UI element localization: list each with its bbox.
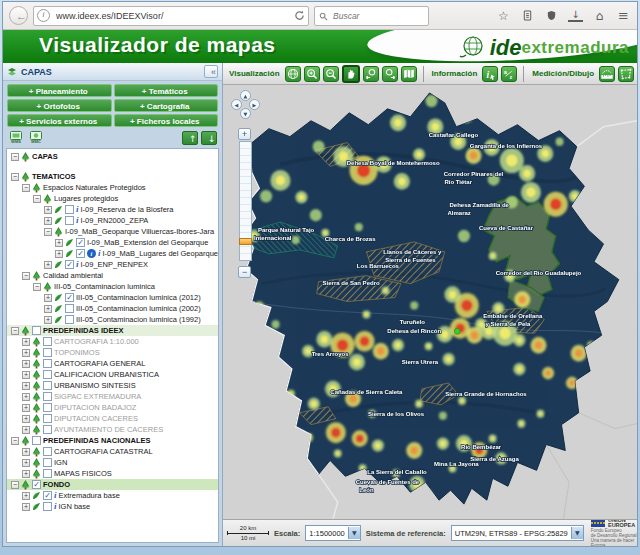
download-icon[interactable]: ↓ [568,9,583,22]
category-button-ortofotos[interactable]: + Ortofotos [7,99,112,112]
map-image[interactable]: Castañar GallegoGarganta de los Infierno… [223,85,637,519]
home-icon[interactable]: ⌂ [592,8,607,23]
expand-node-icon[interactable]: + [22,404,30,412]
tree-row[interactable]: +CARTOGRAFIA GENERAL [7,358,218,369]
layer-checkbox-unchecked[interactable] [43,502,52,511]
zoom-in-slider-button[interactable]: + [238,128,251,140]
back-button[interactable]: ← [9,6,28,25]
layer-checkbox-unchecked[interactable] [43,359,52,368]
zoom-next-button[interactable] [382,66,398,82]
layer-checkbox-unchecked[interactable] [65,216,74,225]
tree-row[interactable]: +iI-09_Reserva de la Biosfera [7,204,218,215]
expand-node-icon[interactable]: + [22,415,30,423]
layer-info-icon[interactable]: i [76,260,79,269]
move-layer-up-button[interactable]: ↑ [182,131,198,145]
tree-row[interactable]: +CARTOGRAFIA CATASTRAL [7,446,218,457]
expand-node-icon[interactable]: + [22,360,30,368]
feature-info-button[interactable]: i [482,66,498,82]
expand-node-icon[interactable]: + [22,393,30,401]
measure-area-button[interactable] [618,66,634,82]
layer-checkbox-checked[interactable]: ✓ [76,238,85,247]
category-button-ficheros-locales[interactable]: + Ficheros locales [114,114,219,127]
tree-row[interactable]: −TEMATICOS [7,171,218,182]
layer-checkbox-unchecked[interactable] [65,304,74,313]
tree-row[interactable]: −✓FONDO [7,479,218,490]
layer-checkbox-unchecked[interactable] [43,414,52,423]
layer-checkbox-unchecked[interactable] [32,326,41,335]
expand-node-icon[interactable]: + [22,492,30,500]
tree-row[interactable]: +✓iExtremadura base [7,490,218,501]
pan-west-button[interactable]: ◀ [231,99,242,110]
expand-node-icon[interactable]: + [22,349,30,357]
layer-checkbox-unchecked[interactable] [43,425,52,434]
collapse-node-icon[interactable]: − [11,437,19,445]
tree-row[interactable]: +iI-09_RN2000_ZEPA [7,215,218,226]
tree-row[interactable]: +✓iI-09_ENP_RENPEX [7,259,218,270]
layer-info-icon[interactable]: i [76,216,79,225]
collapse-node-icon[interactable]: − [33,283,41,291]
expand-node-icon[interactable]: + [22,448,30,456]
bookmark-star-icon[interactable]: ☆ [496,8,511,23]
category-button-cartograf-a[interactable]: + Cartografía [114,99,219,112]
page-info-icon[interactable]: i [37,9,50,22]
expand-node-icon[interactable]: + [55,250,63,258]
collapse-node-icon[interactable]: − [11,153,19,161]
bookmarks-list-icon[interactable] [520,8,535,23]
tree-row[interactable]: +✓III-05_Contaminacion luminica (2012) [7,292,218,303]
search-input[interactable] [331,10,424,22]
collapse-node-icon[interactable]: − [11,327,19,335]
tree-row[interactable]: −III-05_Contaminacion luminica [7,281,218,292]
layer-info-icon[interactable]: i [54,502,57,511]
tree-row[interactable]: −CAPAS [7,151,218,162]
url-input[interactable] [54,10,289,22]
expand-node-icon[interactable]: + [55,239,63,247]
menu-icon[interactable]: ≡ [616,8,631,23]
expand-node-icon[interactable]: + [44,206,52,214]
category-button-servicios-externos[interactable]: + Servicios externos [7,114,112,127]
layer-info-icon[interactable]: i [76,205,79,214]
layer-checkbox-unchecked[interactable] [43,337,52,346]
search-bar[interactable] [314,6,429,26]
tree-row[interactable]: −Espacios Naturales Protegidos [7,182,218,193]
collapse-node-icon[interactable]: − [22,272,30,280]
layer-info-icon[interactable]: i [54,491,57,500]
expand-node-icon[interactable]: + [22,459,30,467]
layer-checkbox-unchecked[interactable] [43,447,52,456]
collapse-node-icon[interactable]: − [33,195,41,203]
expand-node-icon[interactable]: + [44,305,52,313]
tree-row[interactable]: −PREDEFINIDAS NACIONALES [7,435,218,446]
layer-checkbox-unchecked[interactable] [43,469,52,478]
tree-row[interactable]: +AYUNTAMIENTO DE CACERES [7,424,218,435]
tree-row[interactable]: +MAPAS FISICOS [7,468,218,479]
wmc-icon[interactable]: WMC [28,130,44,145]
tree-row[interactable]: −I-09_MaB_Geoparque Villuercas-Ibores-Ja… [7,226,218,237]
layer-info-icon[interactable]: i [98,249,101,258]
zoom-in-button[interactable] [304,66,320,82]
tree-row[interactable]: +CALIFICACION URBANISTICA [7,369,218,380]
tree-row[interactable]: +iIGN base [7,501,218,512]
tree-row[interactable]: +DIPUTACION BADAJOZ [7,402,218,413]
tree-row[interactable]: −PREDEFINIDAS IDEEX [7,325,218,336]
layer-checkbox-checked[interactable]: ✓ [65,260,74,269]
address-bar[interactable]: i [33,6,309,26]
pan-east-button[interactable]: ▶ [249,99,260,110]
expand-node-icon[interactable]: + [44,316,52,324]
wms-icon[interactable]: WMS [8,130,24,145]
expand-node-icon[interactable]: + [44,294,52,302]
layer-checkbox-checked[interactable]: ✓ [65,293,74,302]
layer-checkbox-unchecked[interactable] [65,315,74,324]
move-layer-down-button[interactable]: ↓ [201,131,217,145]
expand-node-icon[interactable]: + [22,371,30,379]
layer-checkbox-unchecked[interactable] [43,403,52,412]
tree-row[interactable]: +✓I-09_MaB_Extensión del Geoparque [7,237,218,248]
overview-map-button[interactable] [401,66,417,82]
expand-node-icon[interactable]: + [22,338,30,346]
category-button-planeamiento[interactable]: + Planeamiento [7,84,112,97]
layer-checkbox-unchecked[interactable] [43,381,52,390]
escala-select[interactable]: 1:1500000 ▼ [305,525,360,541]
collapse-node-icon[interactable]: − [22,184,30,192]
tree-row[interactable]: +IGN [7,457,218,468]
layer-checkbox-unchecked[interactable] [43,392,52,401]
tree-row[interactable]: −Lugares protegidos [7,193,218,204]
expand-node-icon[interactable]: + [44,261,52,269]
